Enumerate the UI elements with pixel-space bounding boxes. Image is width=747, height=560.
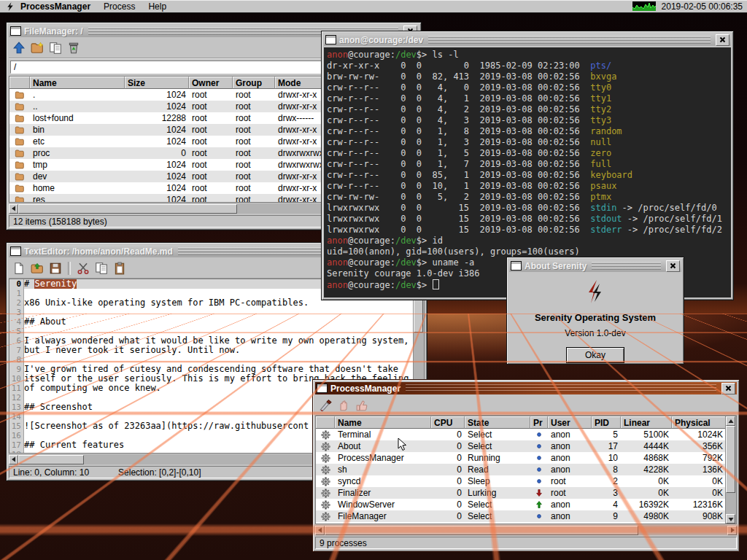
column-header-name[interactable]: Name [335,416,431,429]
process-row[interactable]: WindowServer0Selectanon416392K12316K [316,499,726,510]
folder-icon [9,114,30,123]
scrollbar-thumb[interactable] [325,526,638,535]
stop-process-button[interactable] [336,397,352,413]
scroll-right-button[interactable] [727,526,737,535]
folder-icon [9,149,30,158]
line-number: 6 [9,336,21,346]
process-row[interactable]: FileManager0Selectanon94980K908K [316,510,726,522]
column-header-owner[interactable]: Owner [189,77,233,89]
cell-name: . [30,90,125,100]
process-table: NameCPUStatePrUserPIDLinearPhysical Term… [315,416,737,524]
process-row[interactable]: sh0Readanon84228K136K [316,464,726,475]
cell-user: anon [548,429,592,440]
go-up-button[interactable] [11,40,27,56]
kill-process-button[interactable] [317,397,333,413]
menubar-app-name[interactable]: ProcessManager [20,1,90,12]
process-table-vertical-scrollbar[interactable] [725,416,736,524]
paste-button[interactable] [112,260,128,276]
folder-icon [9,172,30,182]
cell-owner: root [189,160,233,170]
column-header-user[interactable]: User [548,416,592,429]
column-header-state[interactable]: State [465,416,530,429]
line-number: 10 [9,374,21,384]
cell-owner: root [189,90,233,100]
folder-icon [9,195,30,203]
product-name: Serenity Operating System [535,312,656,323]
cell-physical: 908K [672,511,726,521]
folder-icon [9,137,30,147]
scroll-down-button[interactable] [726,514,735,524]
cell-group: root [233,160,275,170]
scrollbar-thumb[interactable] [18,204,237,214]
process-row[interactable]: ProcessManager0Runninganon104868K792K [316,452,726,464]
cell-state: Lurking [465,488,530,498]
scrollbar-thumb[interactable] [18,455,84,464]
open-document-button[interactable] [29,260,45,276]
cell-group: root [233,195,275,203]
scroll-left-button[interactable] [9,204,18,214]
column-header-size[interactable]: Size [125,77,189,89]
process-row[interactable]: Finalizer0Lurkingroot30K0K [316,487,726,499]
cell-user: anon [548,441,592,451]
process-row[interactable]: TextEditor0Selectanon75308K1292K [316,522,726,524]
cell-pid: 8 [592,464,621,475]
new-folder-button[interactable] [29,40,45,56]
cell-owner: root [189,125,233,135]
column-header-pr[interactable]: Pr [530,416,548,429]
serenity-logo-icon[interactable] [4,1,16,12]
line-number: 15 [9,421,21,431]
priority-normal-icon [530,465,548,474]
gear-icon [316,454,335,463]
copy-button[interactable] [47,40,63,56]
column-header-name[interactable]: Name [30,77,125,89]
scroll-left-button[interactable] [315,526,325,535]
about-titlebar[interactable]: About Serenity [509,260,681,272]
close-button[interactable] [721,383,735,394]
cell-physical: 0K [672,476,726,486]
text-selection: Serenity [34,279,77,289]
process-table-horizontal-scrollbar[interactable] [315,525,737,535]
cell-user: anon [548,523,592,524]
terminal-line: crw-r--r-- 0 0 1, 7 2019-03-08 00:02:56 … [327,159,728,170]
column-header-icon [316,416,335,429]
close-button[interactable] [716,34,729,46]
column-header-group[interactable]: Group [233,77,275,89]
cell-physical: 356K [672,441,726,451]
cell-cpu: 0 [431,429,465,440]
trash-button[interactable] [66,40,82,56]
terminal-line: lrwxrwxrwx 0 0 15 2019-03-08 00:02:56 st… [327,214,728,225]
cell-name: About [335,441,431,451]
column-header-physical[interactable]: Physical [672,416,726,429]
menubar-menu-help[interactable]: Help [148,1,166,12]
scrollbar-thumb[interactable] [726,426,735,493]
cell-owner: root [189,148,233,158]
copy-button[interactable] [93,260,109,276]
cell-name: Finalizer [335,488,431,498]
folder-icon [9,90,30,100]
terminal-titlebar[interactable]: anon@courage:/dev [324,34,731,46]
column-header-linear[interactable]: Linear [621,416,672,429]
close-button[interactable] [666,260,680,272]
continue-process-button[interactable] [354,397,370,413]
save-button[interactable] [47,260,63,276]
line-number: 0 [9,279,21,289]
scroll-up-button[interactable] [726,416,735,426]
cell-size: 0 [125,148,189,158]
column-header-cpu[interactable]: CPU [431,416,465,429]
new-document-button[interactable] [11,260,27,276]
editor-line: but I never took it seriously. Until now… [24,346,424,355]
processmanager-titlebar[interactable]: ProcessManager [315,382,737,394]
cell-pid: 5 [592,429,621,440]
window-icon [10,246,21,256]
column-header-pid[interactable]: PID [592,416,621,429]
menubar-menu-process[interactable]: Process [104,1,135,12]
okay-button[interactable]: Okay [566,347,624,363]
scroll-left-button[interactable] [9,455,18,464]
terminal-line: crw-r--r-- 0 0 10, 1 2019-03-08 00:02:56… [327,181,728,192]
process-row[interactable]: syncd0Sleeproot20K0K [316,475,726,487]
cut-button[interactable] [75,260,91,276]
process-row[interactable]: About0Selectanon174444K356K [316,440,726,452]
process-row[interactable]: Terminal0Selectanon55100K1024K [316,429,726,440]
cpu-graph[interactable] [632,1,656,11]
window-icon [511,261,522,271]
